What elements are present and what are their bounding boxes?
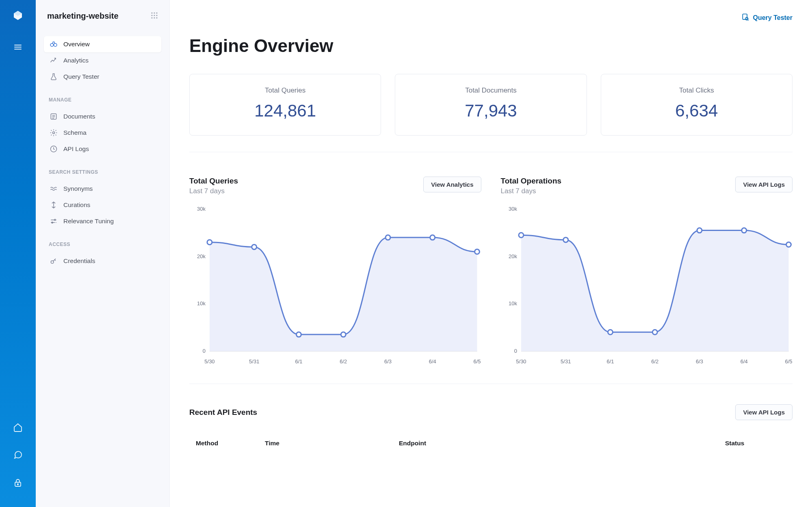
svg-point-27 [252, 244, 257, 249]
svg-point-12 [54, 43, 57, 47]
chart-title: Total Operations [501, 177, 562, 186]
svg-point-10 [156, 17, 157, 18]
chart-subtitle: Last 7 days [501, 187, 562, 195]
stat-label: Total Documents [403, 86, 578, 95]
engine-switcher-icon[interactable] [151, 12, 158, 21]
svg-point-31 [430, 235, 435, 240]
svg-text:6/1: 6/1 [295, 358, 302, 365]
chart-total-queries: Total Queries Last 7 days View Analytics… [189, 177, 481, 367]
svg-point-26 [207, 240, 212, 245]
svg-point-4 [156, 12, 157, 13]
lock-icon[interactable] [10, 475, 26, 491]
svg-point-51 [786, 242, 791, 247]
svg-point-18 [51, 261, 54, 263]
view-api-logs-button-2[interactable]: View API Logs [735, 404, 793, 420]
svg-point-28 [296, 332, 301, 337]
svg-text:30k: 30k [509, 206, 517, 212]
sidebar-item-curations[interactable]: Curations [44, 197, 161, 213]
main-content: Query Tester Engine Overview Total Queri… [170, 0, 812, 507]
sidebar-item-synonyms[interactable]: Synonyms [44, 181, 161, 197]
view-api-logs-button[interactable]: View API Logs [735, 177, 793, 192]
sidebar-item-label: Credentials [63, 257, 95, 265]
stat-total-documents: Total Documents 77,943 [395, 74, 587, 136]
svg-text:6/3: 6/3 [384, 358, 392, 365]
stat-total-clicks: Total Clicks 6,634 [601, 74, 793, 136]
home-icon[interactable] [10, 419, 26, 436]
sidebar-item-relevance[interactable]: Relevance Tuning [44, 213, 161, 229]
svg-text:10k: 10k [509, 300, 517, 306]
sliders-icon [50, 217, 58, 225]
stat-label: Total Clicks [609, 86, 784, 95]
svg-point-16 [54, 219, 56, 220]
nav-heading-access: ACCESS [44, 242, 161, 253]
flask-icon [50, 73, 58, 81]
search-doc-icon [741, 13, 749, 23]
chat-icon[interactable] [10, 447, 26, 463]
view-analytics-button[interactable]: View Analytics [423, 177, 481, 192]
svg-text:5/30: 5/30 [516, 358, 526, 365]
svg-point-14 [53, 132, 55, 134]
sidebar-item-label: Documents [63, 113, 95, 120]
svg-text:6/1: 6/1 [606, 358, 614, 365]
svg-point-47 [608, 330, 613, 334]
svg-text:20k: 20k [197, 253, 206, 259]
stat-value: 124,861 [198, 101, 372, 121]
sidebar-item-label: API Logs [63, 145, 89, 153]
sidebar-item-label: Curations [63, 201, 90, 209]
svg-point-5 [151, 15, 152, 16]
analytics-icon [50, 56, 58, 65]
sidebar-item-label: Overview [63, 41, 90, 48]
svg-rect-19 [743, 14, 747, 19]
nav-primary: Overview Analytics Query Tester [44, 36, 161, 85]
svg-text:6/5: 6/5 [785, 358, 792, 365]
sidebar-item-label: Synonyms [63, 185, 93, 192]
chart-total-operations: Total Operations Last 7 days View API Lo… [501, 177, 793, 367]
svg-text:20k: 20k [509, 253, 517, 259]
tuning-icon [50, 201, 58, 209]
sidebar-item-schema[interactable]: Schema [44, 125, 161, 141]
sidebar-item-api-logs[interactable]: API Logs [44, 141, 161, 157]
sidebar-item-query-tester[interactable]: Query Tester [44, 69, 161, 85]
svg-point-7 [156, 15, 157, 16]
stat-label: Total Queries [198, 86, 372, 95]
charts-row: Total Queries Last 7 days View Analytics… [189, 177, 793, 384]
svg-point-9 [154, 17, 155, 18]
topbar: Query Tester [170, 0, 812, 36]
svg-point-48 [652, 330, 657, 334]
query-tester-label: Query Tester [753, 14, 793, 22]
nav-manage: MANAGE Documents Schema API Logs [44, 97, 161, 157]
svg-point-1 [17, 484, 19, 485]
sidebar-item-documents[interactable]: Documents [44, 108, 161, 125]
svg-text:10k: 10k [197, 300, 206, 306]
svg-text:30k: 30k [197, 206, 206, 212]
svg-point-3 [154, 12, 155, 13]
svg-text:6/4: 6/4 [429, 358, 436, 365]
query-tester-link[interactable]: Query Tester [741, 13, 793, 23]
sidebar-item-overview[interactable]: Overview [44, 36, 161, 52]
global-nav-rail [0, 0, 36, 507]
svg-point-11 [50, 43, 53, 47]
hamburger-icon[interactable] [10, 39, 26, 55]
svg-point-6 [154, 15, 155, 16]
svg-text:0: 0 [203, 348, 206, 354]
sidebar-item-label: Schema [63, 129, 87, 136]
th-time: Time [265, 440, 399, 447]
nav-heading-search: SEARCH SETTINGS [44, 169, 161, 181]
clock-icon [50, 145, 58, 153]
svg-point-49 [697, 228, 702, 233]
sidebar-item-analytics[interactable]: Analytics [44, 52, 161, 69]
sidebar-item-label: Query Tester [63, 73, 99, 80]
events-table-header: Method Time Endpoint Status [189, 434, 793, 453]
svg-text:5/30: 5/30 [204, 358, 214, 365]
svg-point-45 [518, 233, 523, 237]
svg-text:6/5: 6/5 [473, 358, 481, 365]
engine-name[interactable]: marketing-website [47, 11, 119, 21]
svg-point-2 [151, 12, 152, 13]
svg-text:6/4: 6/4 [740, 358, 747, 365]
svg-point-29 [341, 332, 346, 337]
product-logo[interactable] [11, 8, 25, 23]
recent-events-title: Recent API Events [189, 408, 257, 417]
svg-text:6/3: 6/3 [695, 358, 703, 365]
sidebar-item-credentials[interactable]: Credentials [44, 253, 161, 269]
svg-text:5/31: 5/31 [249, 358, 259, 365]
